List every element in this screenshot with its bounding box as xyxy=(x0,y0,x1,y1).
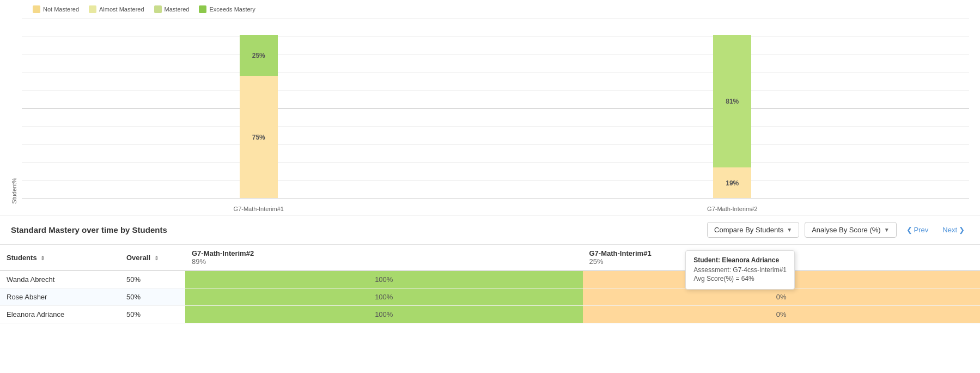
assess2-header-label: G7-Math-Interim#2 xyxy=(192,249,576,257)
col-header-assess2: G7-Math-Interim#2 89% xyxy=(185,245,583,270)
cell-student: Rose Absher xyxy=(0,288,120,306)
cell-assess2: 100% xyxy=(185,270,583,288)
bar-segment: 75% xyxy=(240,76,278,198)
cell-student: Eleanora Adriance xyxy=(0,306,120,323)
cell-overall: 50% xyxy=(120,288,185,306)
chart-container: Student% 75%25%19%81% G7-Math-Interim#1G… xyxy=(11,19,969,215)
col-header-overall[interactable]: Overall ⇕ xyxy=(120,245,185,270)
chart-legend: Not MasteredAlmost MasteredMasteredExcee… xyxy=(33,5,969,13)
y-axis-label: Student% xyxy=(11,178,17,204)
col-overall-label: Overall xyxy=(126,254,150,262)
legend-item: Not Mastered xyxy=(33,5,79,13)
table-row[interactable]: Eleanora Adriance50%100%0% xyxy=(0,306,980,323)
next-label: Next xyxy=(942,226,957,234)
bar-group: 19%81% xyxy=(713,35,751,198)
prev-button[interactable]: ❮ Prev xyxy=(902,222,933,237)
prev-chevron-icon: ❮ xyxy=(906,226,912,234)
table-header: Students ⇕ Overall ⇕ G7-Math-Interim#2 8… xyxy=(0,245,980,270)
bar-group: 75%25% xyxy=(240,35,278,198)
legend-item: Mastered xyxy=(154,5,190,13)
analyse-by-score-label: Analyse By Score (%) xyxy=(812,226,880,234)
legend-color-swatch xyxy=(199,5,206,13)
x-labels: G7-Math-Interim#1G7-Math-Interim#2 xyxy=(22,206,969,215)
prev-label: Prev xyxy=(914,226,929,234)
cell-assess1: 0% xyxy=(583,306,981,323)
legend-color-swatch xyxy=(33,5,40,13)
cell-student: Wanda Abrecht xyxy=(0,270,120,288)
bar-stack: 75%25% xyxy=(240,35,278,198)
bottom-section: Standard Mastery over time by Students C… xyxy=(0,215,980,323)
x-axis-label: G7-Math-Interim#1 xyxy=(234,206,284,212)
overall-sort-icon: ⇕ xyxy=(154,255,159,261)
section-header: Standard Mastery over time by Students C… xyxy=(0,215,980,245)
tooltip-overlay: Student: Eleanora Adriance Assessment: G… xyxy=(685,250,795,290)
next-button[interactable]: Next ❯ xyxy=(938,222,969,237)
cell-overall: 50% xyxy=(120,306,185,323)
col-students-label: Students xyxy=(7,254,37,262)
section-title: Standard Mastery over time by Students xyxy=(11,225,167,234)
legend-color-swatch xyxy=(89,5,96,13)
header-row: Students ⇕ Overall ⇕ G7-Math-Interim#2 8… xyxy=(0,245,980,270)
bar-stack: 19%81% xyxy=(713,35,751,198)
tooltip-avg-score: Avg Score(%) = 64% xyxy=(693,275,787,282)
legend-item: Almost Mastered xyxy=(89,5,144,13)
tooltip-assessment: Assessment: G7-4css-Interim#1 xyxy=(693,266,787,274)
tooltip-title: Student: Eleanora Adriance xyxy=(693,256,787,264)
cell-assess2: 100% xyxy=(185,306,583,323)
legend-item-label: Exceeds Mastery xyxy=(209,6,255,13)
col-header-students[interactable]: Students ⇕ xyxy=(0,245,120,270)
table-row[interactable]: Wanda Abrecht50%100%0% xyxy=(0,270,980,288)
legend-item-label: Almost Mastered xyxy=(99,6,144,13)
legend-item: Exceeds Mastery xyxy=(199,5,255,13)
compare-by-students-label: Compare By Students xyxy=(714,226,783,234)
chart-area: 75%25%19%81% G7-Math-Interim#1G7-Math-In… xyxy=(22,19,969,215)
x-axis-label: G7-Math-Interim#2 xyxy=(707,206,757,212)
cell-assess1: 0% xyxy=(583,288,981,306)
bars-row: 75%25%19%81% xyxy=(22,19,969,198)
legend-item-label: Mastered xyxy=(165,6,190,13)
data-table: Students ⇕ Overall ⇕ G7-Math-Interim#2 8… xyxy=(0,245,980,323)
legend-color-swatch xyxy=(154,5,162,13)
x-axis-line xyxy=(22,198,969,198)
compare-dropdown-arrow: ▼ xyxy=(787,227,792,233)
header-controls: Compare By Students ▼ Analyse By Score (… xyxy=(707,222,969,238)
cell-assess2: 100% xyxy=(185,288,583,306)
analyse-dropdown-arrow: ▼ xyxy=(884,227,890,233)
bar-segment: 81% xyxy=(713,35,751,167)
analyse-by-score-button[interactable]: Analyse By Score (%) ▼ xyxy=(805,222,896,238)
assess2-header-sublabel: 89% xyxy=(192,257,576,266)
legend-item-label: Not Mastered xyxy=(43,6,79,13)
students-sort-icon: ⇕ xyxy=(40,255,45,261)
table-wrapper: Students ⇕ Overall ⇕ G7-Math-Interim#2 8… xyxy=(0,245,980,323)
chart-section: Not MasteredAlmost MasteredMasteredExcee… xyxy=(0,0,980,215)
bar-segment: 19% xyxy=(713,167,751,198)
table-body: Wanda Abrecht50%100%0%Rose Absher50%100%… xyxy=(0,270,980,323)
compare-by-students-button[interactable]: Compare By Students ▼ xyxy=(707,222,799,238)
cell-overall: 50% xyxy=(120,270,185,288)
bar-segment: 25% xyxy=(240,35,278,76)
next-chevron-icon: ❯ xyxy=(959,226,965,234)
table-row[interactable]: Rose Absher50%100%0% xyxy=(0,288,980,306)
